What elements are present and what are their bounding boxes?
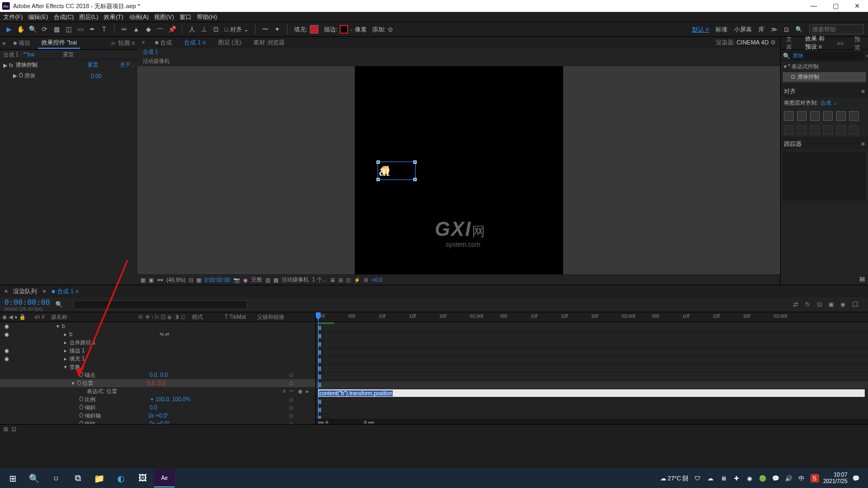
prop-skew-axis[interactable]: Ö倾斜轴0x +0.0°◇ <box>0 412 315 420</box>
zoom-tool-icon[interactable]: 🔍 <box>28 25 37 34</box>
selected-text-layer[interactable]: ⁣ai <box>378 162 416 180</box>
alpha-toggle-icon[interactable]: ▦ <box>141 277 145 283</box>
v-icon2[interactable]: ⊞ <box>339 277 343 283</box>
clear-search-icon[interactable]: × <box>864 53 868 59</box>
track-row[interactable] <box>316 332 868 341</box>
composition-viewer[interactable]: ⁣ai GXI网 system.com <box>137 66 780 274</box>
workspace-small[interactable]: 小屏幕 <box>734 25 752 34</box>
weather-widget[interactable]: ☁ 27°C 阴 <box>660 474 689 483</box>
menu-view[interactable]: 视图(V) <box>154 13 174 21</box>
tray-app2-icon[interactable]: 🟢 <box>758 474 767 483</box>
prop-position[interactable]: ▾Ö位置0.0, 0.0◇ <box>0 379 315 387</box>
tray-ime-icon[interactable]: 中 <box>797 474 806 483</box>
align-bottom-icon[interactable] <box>849 111 859 121</box>
clone-tool-icon[interactable]: ▲ <box>132 25 141 34</box>
timeline-search-icon[interactable]: 🔍 <box>55 301 63 308</box>
tree-item-slider[interactable]: 🗋 滑块控制 <box>783 72 866 82</box>
quality-dropdown[interactable]: 完整 <box>251 276 262 284</box>
roto-tool-icon[interactable]: 〰 <box>156 25 164 34</box>
layer-row[interactable]: ◉▸b⇋ ⇌ <box>0 330 315 338</box>
bezier-icon[interactable]: 〜 <box>261 25 270 34</box>
start-button[interactable]: ⊞ <box>2 469 23 487</box>
track-row[interactable] <box>316 406 868 414</box>
tab-effect-controls[interactable]: 效果控件 "bai <box>38 37 80 49</box>
transparency-icon[interactable]: ▩ <box>273 277 278 283</box>
pen-tool-icon[interactable]: ✒ <box>88 25 97 34</box>
drawer-icon[interactable]: ⊡ <box>784 26 789 33</box>
expr-pickwhip-icon[interactable]: ◉ <box>298 388 303 394</box>
track-row[interactable] <box>316 365 868 373</box>
pan-behind-tool-icon[interactable]: ◫ <box>64 25 73 34</box>
snapshot-icon[interactable]: 📷 <box>233 277 240 283</box>
axis-x-icon[interactable]: 人 <box>188 25 196 34</box>
track-expression[interactable]: content("b").transform.position <box>316 389 868 398</box>
tab-footage-browser[interactable]: 素材 浏览器 <box>251 37 287 48</box>
v-icon5[interactable]: ⚙ <box>363 277 368 283</box>
panel-stack-icon[interactable]: ▤ <box>859 275 865 282</box>
track-row[interactable] <box>316 341 868 349</box>
tray-shield-icon[interactable]: 🛡 <box>693 474 702 483</box>
add-menu[interactable]: 添加: ⊙ <box>372 25 393 34</box>
align-hcenter-icon[interactable] <box>797 111 807 121</box>
tab-timeline-comp1[interactable]: ■ 合成 1 ≡ <box>52 287 79 296</box>
tray-network-icon[interactable]: 🖥 <box>719 474 728 483</box>
track-row[interactable] <box>316 349 868 357</box>
effect-slider-param[interactable]: ▶ Ö 滑块 0.00 <box>0 70 137 81</box>
tray-security-icon[interactable]: ✚ <box>732 474 741 483</box>
track-row[interactable] <box>316 373 868 381</box>
selection-tool-icon[interactable]: ▶ <box>4 25 13 34</box>
prop-rotation[interactable]: Ö旋转0x +0.0°◇ <box>0 420 315 424</box>
mask-toggle-icon[interactable]: ▣ <box>149 277 154 283</box>
tl-btn-5[interactable]: ◉ <box>839 300 847 309</box>
camera-dropdown[interactable]: 活动摄像机 <box>282 276 309 284</box>
track-row-selected[interactable] <box>316 381 868 389</box>
region-icon[interactable]: ▥ <box>265 277 270 283</box>
effects-search-input[interactable] <box>790 52 864 60</box>
camera-tool-icon[interactable]: ▦ <box>52 25 61 34</box>
task-view-icon[interactable]: ⧉ <box>67 469 88 487</box>
tab-layer-none[interactable]: 图层 (无) <box>216 37 244 48</box>
menu-help[interactable]: 帮助(H) <box>197 13 217 21</box>
workspace-more-icon[interactable]: ≫ <box>771 26 777 33</box>
align-to-dropdown[interactable]: 合成 ⌄ <box>820 99 837 107</box>
notifications-icon[interactable]: 💬 <box>852 474 860 483</box>
toggle-switches-icon[interactable]: ⊞ <box>3 426 8 433</box>
track-row[interactable] <box>316 324 868 332</box>
tl-btn-1[interactable]: ⇄ <box>791 300 800 309</box>
prop-scale[interactable]: Ö比例⚭ 100.0, 100.0%◇ <box>0 395 315 403</box>
breadcrumb-comp[interactable]: 合成 1 <box>143 48 158 56</box>
cortana-icon[interactable]: ○ <box>46 469 66 487</box>
brush-tool-icon[interactable]: ✏ <box>120 25 129 34</box>
stroke-control[interactable]: 描边:-像素 <box>324 25 367 34</box>
tray-onedrive-icon[interactable]: ☁ <box>706 474 715 483</box>
tray-wechat-icon[interactable]: 💬 <box>771 474 780 483</box>
tab-composition[interactable]: ■ 合成 <box>152 37 174 48</box>
hand-tool-icon[interactable]: ✋ <box>16 25 25 34</box>
current-timecode[interactable]: 0:00:00:00 <box>4 298 50 306</box>
tab-preview[interactable]: 预览 <box>851 34 866 53</box>
align-vcenter-icon[interactable] <box>836 111 846 121</box>
menu-layer[interactable]: 图层(L) <box>79 13 98 21</box>
views-dropdown[interactable]: 1 个... <box>312 276 327 284</box>
panel-more-icon[interactable]: >> <box>837 40 844 47</box>
channel-icon[interactable]: ◉ <box>243 277 248 283</box>
taskbar-search-icon[interactable]: 🔍 <box>24 469 44 487</box>
menu-file[interactable]: 文件(F) <box>3 13 23 21</box>
prop-skew[interactable]: Ö倾斜0.0◇ <box>0 403 315 412</box>
tab-effects-presets[interactable]: 效果 和预设 ≡ <box>802 34 833 53</box>
layer-row[interactable]: ▸合并路径 1 <box>0 338 315 346</box>
tl-btn-2[interactable]: ↻ <box>803 300 812 309</box>
track-row[interactable] <box>316 398 868 406</box>
layer-row[interactable]: ◉▾b <box>0 322 315 330</box>
timeline-search-input[interactable] <box>74 300 247 309</box>
orbit-tool-icon[interactable]: ⟳ <box>40 25 49 34</box>
tab-render-queue[interactable]: 渲染队列 <box>13 287 37 296</box>
close-tab-icon[interactable]: × <box>2 40 5 47</box>
tray-s-icon[interactable]: S <box>810 474 819 483</box>
menu-window[interactable]: 窗口 <box>180 13 192 21</box>
playhead[interactable] <box>318 312 318 424</box>
tab-comp1[interactable]: 合成 1 ≡ <box>182 37 208 48</box>
axis-z-icon[interactable]: ⊡ <box>212 25 220 34</box>
minimize-button[interactable]: — <box>803 0 825 12</box>
align-top-icon[interactable] <box>823 111 833 121</box>
